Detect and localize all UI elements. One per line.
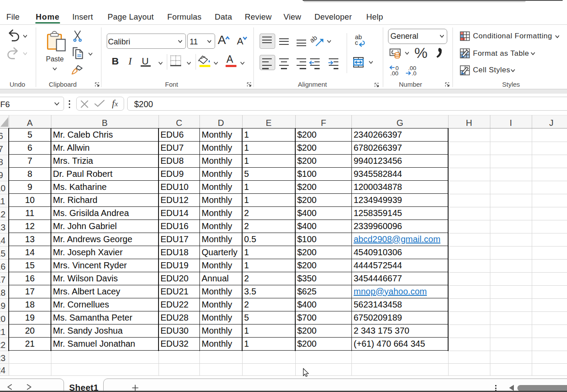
svg-text:.0: .0 xyxy=(412,70,416,76)
svg-text:.00: .00 xyxy=(390,70,398,76)
